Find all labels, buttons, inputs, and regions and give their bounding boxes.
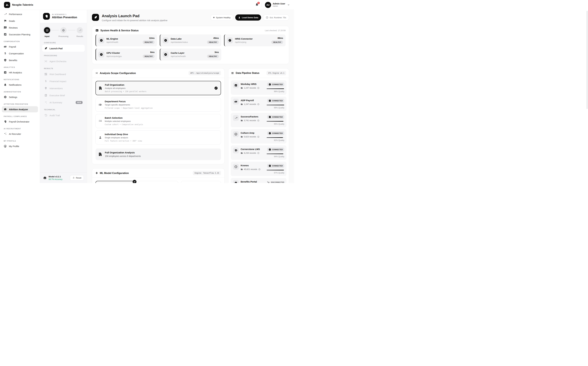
model-card[interactable]: Deep Neural Net v2.1.0 Transformer-based xyxy=(138,181,178,183)
reset-button[interactable]: Reset xyxy=(70,175,84,181)
menu-section-label: CONFIGURE xyxy=(44,42,83,44)
service-path: /api/datalake/status xyxy=(171,41,188,43)
chevron-down-icon[interactable] xyxy=(287,3,290,6)
menu-item-label: Launch Pad xyxy=(49,47,63,50)
source-records: 1,247 records xyxy=(244,103,256,105)
check-circle-icon xyxy=(228,39,231,42)
source-icon-box xyxy=(233,99,239,105)
user-role: Admin xyxy=(273,5,285,7)
source-status-badge: CONNECTED xyxy=(267,164,284,168)
trending-icon xyxy=(234,116,238,119)
scope-option[interactable]: Department Focus Target specific departm… xyxy=(95,98,221,112)
sidebar-item[interactable]: HR Analytics xyxy=(2,69,38,76)
service-status-badge: HEALTHY xyxy=(143,40,155,44)
source-icon-box xyxy=(233,83,239,88)
sidebar-item[interactable]: Succession Planning xyxy=(2,31,38,38)
service-status-badge: HEALTHY xyxy=(207,40,219,44)
step-results[interactable] xyxy=(77,27,83,33)
menu-item: $ Financial Impact xyxy=(42,78,85,85)
check-circle-icon xyxy=(269,132,271,135)
folder-icon xyxy=(241,168,243,170)
avatar[interactable]: AU xyxy=(265,2,271,8)
menu-section-label: TECHNICAL xyxy=(44,109,83,111)
sidebar-item-label: Payroll Orchestrator xyxy=(9,120,29,123)
scope-option-title: Department Focus xyxy=(105,100,153,103)
sidebar-item[interactable]: AI Recruiter xyxy=(2,131,38,137)
sidebar-section-label: NOTIFICATIONS xyxy=(4,79,36,80)
service-name: GPU Cluster xyxy=(106,52,122,54)
sparkles-icon xyxy=(44,101,47,104)
smiley-icon xyxy=(234,133,238,136)
source-name: SuccessFactors xyxy=(241,115,259,118)
wallet-icon xyxy=(234,100,238,103)
scope-option-subtitle: Multiple selected employees xyxy=(105,120,143,122)
menu-item[interactable]: Launch Pad xyxy=(42,45,85,52)
sidebar-item[interactable]: My Profile xyxy=(2,143,38,149)
gear-icon xyxy=(4,95,7,99)
sidebar-item[interactable]: Performance xyxy=(2,11,38,17)
source-records: 45,621 records xyxy=(244,168,257,170)
source-status-badge: CONNECTED xyxy=(267,131,284,135)
sidebar-item[interactable]: $ Compensation xyxy=(2,50,38,56)
sidebar-item[interactable]: Reviews xyxy=(2,24,38,31)
quality-bar xyxy=(267,88,284,89)
folder-icon xyxy=(241,87,243,89)
sidebar-item[interactable]: Settings xyxy=(2,94,38,100)
trending-icon xyxy=(79,29,81,32)
scope-option[interactable]: Batch Selection Multiple selected employ… xyxy=(95,114,221,128)
sidebar-item[interactable]: Payroll Orchestrator xyxy=(2,119,38,125)
sidebar-item[interactable]: Notifications xyxy=(2,82,38,88)
rocket-icon xyxy=(94,16,97,19)
sidebar-item-label: Notifications xyxy=(9,84,22,86)
source-records: 8,234 records xyxy=(244,152,256,154)
sidebar-item[interactable]: Benefits xyxy=(2,57,38,63)
new-badge: NEW xyxy=(76,101,83,104)
scope-option[interactable]: Individual Deep Dive Single employee ana… xyxy=(95,130,221,145)
svg-text:$: $ xyxy=(45,80,47,83)
pipeline-source-card: SuccessFactors 3,741 records xyxy=(231,113,286,127)
service-path: /api/hris/ping xyxy=(235,41,253,43)
bell-icon xyxy=(4,83,7,86)
rocket-icon xyxy=(44,47,47,50)
service-name: ML Engine xyxy=(106,38,118,40)
building-icon xyxy=(99,86,102,90)
sidebar-item-label: Settings xyxy=(9,96,17,99)
pipeline-title: Data Pipeline Status xyxy=(236,72,259,75)
api-badge: API: /api/v2/analysis/scope xyxy=(189,71,221,75)
shield-icon xyxy=(234,182,238,183)
load-demo-data-button[interactable]: Load Demo Data xyxy=(235,15,261,21)
notifications-button[interactable]: 4 xyxy=(255,3,259,7)
menu-item-label: Audit Trail xyxy=(49,114,60,117)
clock-icon xyxy=(266,16,268,19)
selected-check-icon xyxy=(132,179,137,183)
sidebar-item[interactable]: Goals xyxy=(2,18,38,24)
sidebar-item[interactable]: Attrition Analyzer xyxy=(2,106,38,112)
scope-option-note: Batch processing • 150 parallel workers xyxy=(105,91,146,92)
quality-bar xyxy=(267,105,284,105)
step-input[interactable] xyxy=(44,27,50,33)
pipeline-source-card: Culture Amp 5,623 records xyxy=(231,129,286,144)
sidebar-item-label: Succession Planning xyxy=(9,33,30,36)
bulb-icon xyxy=(44,87,47,90)
scope-option-note: Custom cohort • Comparative analysis xyxy=(105,123,143,126)
service-status-card: Cache Layer /api/cache/health 3ms HEALTH… xyxy=(160,48,221,61)
refresh-icon xyxy=(72,177,75,179)
clock-icon xyxy=(257,87,259,89)
sidebar-item[interactable]: Payroll xyxy=(2,44,38,50)
primary-sidebar: Performance Goals Reviews Succession Pla… xyxy=(0,10,40,183)
step-processing[interactable] xyxy=(60,27,67,33)
quality-label: 92% Quality xyxy=(274,139,284,141)
clock-icon xyxy=(257,136,259,138)
model-card[interactable]: XGBoost Ensemble v3.2.1 Gradient Boostin… xyxy=(95,181,135,183)
scope-option[interactable]: Full Organization Analyze all employees … xyxy=(95,81,221,95)
service-icon-box xyxy=(227,38,233,43)
check-circle-icon xyxy=(269,165,271,167)
source-icon-box xyxy=(233,131,239,137)
scope-summary-subtitle: 150 employees across 8 departments xyxy=(105,155,141,157)
source-name: Workday HRIS xyxy=(241,83,259,85)
sidebar-section-label: ATTRITION PREVENTION xyxy=(4,103,36,105)
badge-icon xyxy=(234,84,238,87)
selected-check-icon xyxy=(214,86,218,90)
clock-icon xyxy=(257,119,259,122)
model-card[interactable]: Hybrid Ensemble v1.5.0 XGB + LSTM xyxy=(181,181,221,183)
